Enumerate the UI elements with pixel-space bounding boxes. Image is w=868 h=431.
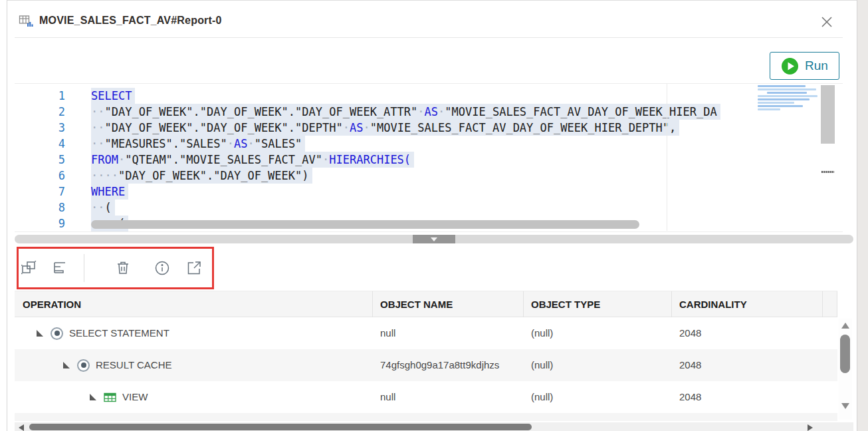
operation-label: SELECT STATEMENT [69,317,169,349]
plan-table-row[interactable]: VIEWnull(null)2048 [15,381,837,413]
scroll-thumb[interactable] [840,335,850,373]
line-number: 9 [15,216,65,231]
analytic-view-report-icon [19,14,34,27]
editor-horizontal-scrollbar[interactable] [91,220,639,229]
code-line[interactable]: 8··( [15,200,751,216]
plan-table-header: OPERATION OBJECT NAME OBJECT TYPE CARDIN… [15,291,837,317]
pane-splitter[interactable] [15,235,853,243]
cardinality-cell: 2048 [671,317,822,349]
line-number: 4 [15,136,65,152]
plan-table-body: SELECT STATEMENTnull(null)2048RESULT CAC… [15,317,837,413]
close-button[interactable] [817,13,836,31]
scroll-left-arrow[interactable] [19,424,24,431]
scroll-thumb[interactable] [29,424,532,430]
run-button-label: Run [805,59,828,73]
operation-cell: SELECT STATEMENT [15,317,372,349]
column-divider [822,291,823,318]
editor-minimap[interactable] [758,85,821,112]
code-line[interactable]: 1SELECT [15,88,751,104]
editor-overview-mark [821,171,834,173]
query-report-dialog: MOVIE_SALES_FACT_AV#Report-0 Run 1SELECT… [0,0,868,431]
column-header-cardinality[interactable]: CARDINALITY [671,291,747,318]
tree-view-icon [52,259,69,277]
column-header-object-name[interactable]: OBJECT NAME [372,291,453,318]
operation-cell: VIEW [15,381,372,413]
diagram-view-button[interactable] [20,259,37,277]
selected-code-text: ··"MEASURES"."SALES"·AS·"SALES" [91,136,305,152]
operation-label: VIEW [122,381,148,413]
play-icon [781,57,799,75]
cardinality-cell: 2048 [671,381,822,413]
selected-code-text: WHERE [91,184,128,200]
table-horizontal-scrollbar[interactable] [15,422,853,431]
scroll-down-arrow[interactable] [841,403,849,409]
line-number: 3 [15,120,65,136]
object-type-cell: (null) [523,349,671,381]
column-header-object-type[interactable]: OBJECT TYPE [523,291,600,318]
object-type-cell: (null) [523,381,671,413]
code-line[interactable]: 7WHERE [15,184,751,200]
code-line[interactable]: 3··"DAY_OF_WEEK"."DAY_OF_WEEK"."DEPTH"·A… [15,120,751,136]
dialog-header: MOVIE_SALES_FACT_AV#Report-0 [19,14,222,27]
run-button[interactable]: Run [770,52,839,80]
column-divider [671,291,672,318]
info-icon [154,259,171,277]
selected-code-text: ··"DAY_OF_WEEK"."DAY_OF_WEEK"."DAY_OF_WE… [91,104,720,120]
operation-cell: RESULT CACHE [15,349,372,381]
column-divider [372,291,373,318]
expand-collapse-icon[interactable] [90,394,96,400]
window-scroll-gutter [857,0,868,431]
code-line[interactable]: 6····"DAY_OF_WEEK"."DAY_OF_WEEK") [15,168,751,184]
plan-toolbar [20,252,203,284]
editor-vertical-scrollbar[interactable] [821,85,835,144]
selected-code-text: SELECT [91,88,135,104]
sql-editor[interactable]: 1SELECT2··"DAY_OF_WEEK"."DAY_OF_WEEK"."D… [15,84,843,231]
execution-plan-table: OPERATION OBJECT NAME OBJECT TYPE CARDIN… [15,291,837,413]
view-table-icon [104,392,116,403]
cardinality-cell: 2048 [671,349,822,381]
object-name-cell: null [372,317,523,349]
dialog-border-left [7,0,7,431]
code-line[interactable]: 4··"MEASURES"."SALES"·AS·"SALES" [15,136,751,152]
expand-collapse-icon[interactable] [63,362,70,368]
plan-table-row[interactable]: RESULT CACHE74gfsgh0g9a17a8tt9kdjhzs(nul… [15,349,837,381]
splitter-grip[interactable] [413,235,455,243]
column-header-operation[interactable]: OPERATION [15,291,81,318]
code-line[interactable]: 2··"DAY_OF_WEEK"."DAY_OF_WEEK"."DAY_OF_W… [15,104,751,120]
dialog-border-top [7,0,857,1]
scroll-right-arrow[interactable] [808,424,813,431]
editor-bottom-divider [15,231,843,232]
view-table-icon [104,392,116,403]
tree-view-button[interactable] [52,259,69,277]
toolbar-separator [84,254,84,282]
code-line[interactable]: 5FROM·"QTEAM"."MOVIE_SALES_FACT_AV"·HIER… [15,152,751,168]
line-number: 7 [15,184,65,200]
line-number: 8 [15,200,65,216]
operation-node-icon [77,359,90,372]
line-number: 2 [15,104,65,120]
object-name-cell: 74gfsgh0g9a17a8tt9kdjhzs [372,349,523,381]
expand-collapse-icon[interactable] [37,330,43,337]
object-type-cell: (null) [523,317,671,349]
header-divider [15,37,843,38]
info-button[interactable] [154,259,171,277]
editor-margin-ruler [667,84,667,231]
sql-code[interactable]: 1SELECT2··"DAY_OF_WEEK"."DAY_OF_WEEK"."D… [15,88,751,231]
open-external-button[interactable] [185,259,203,277]
trash-icon [114,259,132,277]
delete-button[interactable] [114,259,132,277]
object-name-cell: null [372,381,523,413]
operation-label: RESULT CACHE [96,349,171,381]
table-vertical-scrollbar[interactable] [839,319,852,420]
plan-table-row[interactable]: SELECT STATEMENTnull(null)2048 [15,317,837,349]
scroll-up-arrow[interactable] [841,323,849,329]
line-number: 6 [15,168,65,184]
operation-node-icon [51,327,63,340]
selected-code-text: ····"DAY_OF_WEEK"."DAY_OF_WEEK") [91,168,312,184]
line-number: 1 [15,88,65,104]
selected-code-text: ··( [91,200,115,216]
open-in-new-window-icon [185,259,203,277]
plan-row-partial [15,413,837,421]
close-icon [817,13,836,31]
selected-code-text: FROM·"QTEAM"."MOVIE_SALES_FACT_AV"·HIERA… [91,152,414,168]
